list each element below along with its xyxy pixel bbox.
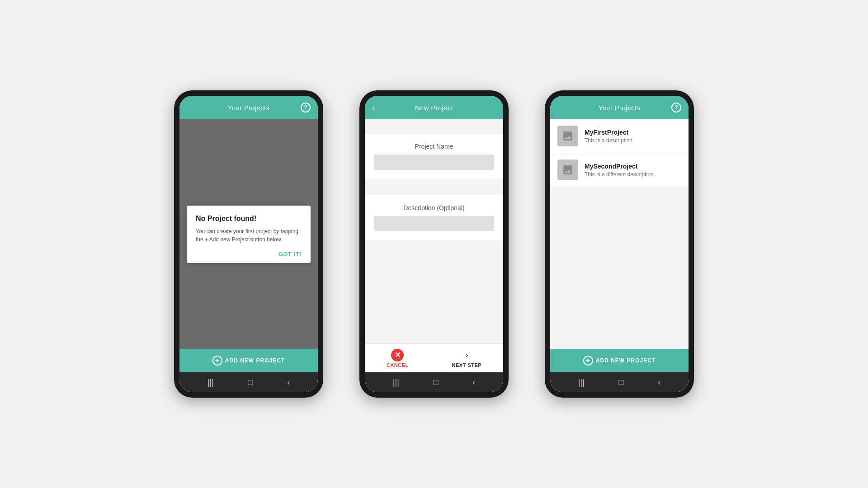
form-action-bar: ✕ CANCEL › NEXT STEP — [365, 343, 503, 372]
nav-recent-icon-2[interactable]: ||| — [393, 378, 399, 387]
app-bar-3: Your Projects ? — [550, 96, 689, 119]
app-bar-title-3: Your Projects — [599, 104, 641, 112]
back-icon-2[interactable]: ‹ — [372, 103, 375, 113]
help-icon-1[interactable]: ? — [301, 103, 311, 113]
nav-recent-icon-1[interactable]: ||| — [208, 378, 214, 387]
nav-recent-icon-3[interactable]: ||| — [578, 378, 585, 387]
dialog-title: No Project found! — [196, 215, 302, 223]
project-desc-2: This is a different description. — [585, 171, 655, 178]
form-screen: Project Name Description (Optional) ✕ CA… — [365, 119, 503, 372]
nav-bar-3: ||| □ ‹ — [550, 372, 689, 392]
project-name-label: Project Name — [374, 143, 494, 150]
description-input[interactable] — [374, 216, 494, 231]
dialog-body: You can create your first project by tap… — [196, 227, 302, 244]
project-thumb-icon-1 — [562, 130, 574, 142]
plus-icon-3: + — [583, 356, 593, 366]
next-icon: › — [460, 349, 473, 361]
nav-back-icon-1[interactable]: ‹ — [287, 378, 290, 387]
plus-icon-1: + — [212, 356, 222, 366]
add-new-project-button-3[interactable]: + ADD NEW PROJECT — [583, 356, 656, 366]
project-thumb-1 — [557, 126, 578, 146]
add-new-project-bar-1[interactable]: + ADD NEW PROJECT — [179, 349, 318, 372]
project-thumb-icon-2 — [562, 164, 574, 176]
empty-background: No Project found! You can create your fi… — [179, 119, 318, 349]
project-name-2: MySecondProject — [585, 163, 655, 170]
nav-back-icon-3[interactable]: ‹ — [658, 378, 660, 387]
nav-bar-2: ||| □ ‹ — [365, 372, 503, 392]
cancel-label: CANCEL — [387, 362, 409, 368]
add-new-project-bar-3[interactable]: + ADD NEW PROJECT — [550, 349, 689, 372]
svg-point-1 — [569, 166, 571, 168]
got-it-button[interactable]: GOT IT! — [278, 251, 302, 258]
project-desc-1: This is a description. — [585, 137, 634, 144]
next-label: NEXT STEP — [452, 362, 481, 368]
nav-bar-1: ||| □ ‹ — [179, 372, 318, 392]
project-info-1: MyFirstProject This is a description. — [585, 129, 634, 144]
help-icon-3[interactable]: ? — [671, 103, 681, 113]
add-new-project-button-1[interactable]: + ADD NEW PROJECT — [212, 356, 285, 366]
cancel-icon: ✕ — [391, 349, 404, 361]
dialog-actions: GOT IT! — [196, 251, 302, 258]
cancel-button[interactable]: ✕ CANCEL — [387, 349, 409, 368]
project-item-1[interactable]: MyFirstProject This is a description. — [550, 119, 689, 153]
dialog-card: No Project found! You can create your fi… — [187, 206, 311, 263]
next-step-button[interactable]: › NEXT STEP — [452, 349, 481, 368]
project-item-2[interactable]: MySecondProject This is a different desc… — [550, 153, 689, 187]
project-thumb-2 — [557, 160, 578, 180]
app-bar-title-2: New Project — [415, 104, 453, 112]
project-name-1: MyFirstProject — [585, 129, 634, 136]
nav-home-icon-2[interactable]: □ — [434, 378, 439, 387]
nav-home-icon-3[interactable]: □ — [619, 378, 624, 387]
app-bar-2: ‹ New Project — [365, 96, 503, 119]
phone-3: Your Projects ? MyFirstProject This is a… — [545, 90, 694, 398]
project-list: MyFirstProject This is a description. My… — [550, 119, 689, 349]
project-name-input[interactable] — [374, 155, 494, 170]
phone-2: ‹ New Project Project Name Description (… — [359, 90, 509, 398]
phone-1: Your Projects ? No Project found! You ca… — [174, 90, 323, 398]
description-label: Description (Optional) — [374, 204, 494, 211]
app-bar-1: Your Projects ? — [179, 96, 318, 119]
app-bar-title-1: Your Projects — [228, 104, 270, 112]
description-section: Description (Optional) — [365, 195, 503, 240]
nav-home-icon-1[interactable]: □ — [248, 378, 253, 387]
nav-back-icon-2[interactable]: ‹ — [472, 378, 475, 387]
project-name-section: Project Name — [365, 134, 503, 179]
svg-point-0 — [569, 132, 571, 134]
project-info-2: MySecondProject This is a different desc… — [585, 163, 655, 178]
